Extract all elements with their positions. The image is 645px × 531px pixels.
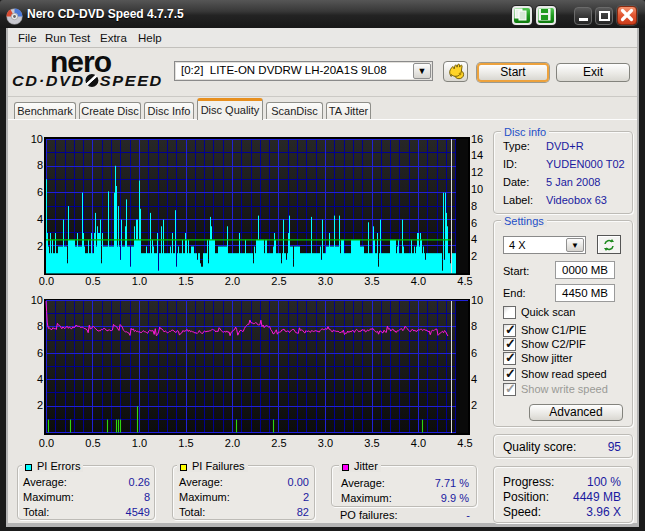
svg-text:8: 8 bbox=[37, 320, 43, 332]
svg-text:6: 6 bbox=[37, 186, 43, 198]
svg-text:1.0: 1.0 bbox=[132, 275, 147, 287]
svg-text:4.0: 4.0 bbox=[411, 437, 426, 449]
svg-text:2: 2 bbox=[471, 250, 477, 262]
svg-text:8: 8 bbox=[471, 320, 477, 332]
svg-text:6: 6 bbox=[37, 347, 43, 359]
svg-text:2.5: 2.5 bbox=[271, 275, 286, 287]
svg-text:10: 10 bbox=[471, 183, 483, 195]
svg-text:12: 12 bbox=[471, 166, 483, 178]
svg-text:4: 4 bbox=[37, 213, 43, 225]
svg-text:3.5: 3.5 bbox=[364, 275, 379, 287]
svg-text:4: 4 bbox=[37, 373, 43, 385]
svg-text:1.5: 1.5 bbox=[178, 437, 193, 449]
svg-text:4.5: 4.5 bbox=[457, 275, 472, 287]
svg-text:2: 2 bbox=[37, 399, 43, 411]
svg-text:10: 10 bbox=[471, 294, 483, 306]
svg-text:3.5: 3.5 bbox=[364, 437, 379, 449]
svg-text:6: 6 bbox=[471, 217, 477, 229]
svg-text:14: 14 bbox=[471, 149, 483, 161]
svg-text:2: 2 bbox=[471, 399, 477, 411]
svg-text:0.5: 0.5 bbox=[85, 275, 100, 287]
svg-text:6: 6 bbox=[471, 347, 477, 359]
svg-text:0.0: 0.0 bbox=[39, 437, 54, 449]
svg-text:8: 8 bbox=[37, 159, 43, 171]
svg-text:10: 10 bbox=[31, 294, 43, 306]
svg-text:1.0: 1.0 bbox=[132, 437, 147, 449]
svg-text:10: 10 bbox=[31, 133, 43, 145]
svg-text:1.5: 1.5 bbox=[178, 275, 193, 287]
svg-text:3.0: 3.0 bbox=[318, 437, 333, 449]
svg-text:4.5: 4.5 bbox=[457, 437, 472, 449]
svg-text:4: 4 bbox=[471, 233, 477, 245]
svg-text:2.5: 2.5 bbox=[271, 437, 286, 449]
svg-text:4: 4 bbox=[471, 373, 477, 385]
svg-text:16: 16 bbox=[471, 133, 483, 145]
svg-text:3.0: 3.0 bbox=[318, 275, 333, 287]
svg-text:4.0: 4.0 bbox=[411, 275, 426, 287]
svg-text:0.5: 0.5 bbox=[85, 437, 100, 449]
svg-text:2.0: 2.0 bbox=[225, 437, 240, 449]
svg-text:2.0: 2.0 bbox=[225, 275, 240, 287]
svg-text:0.0: 0.0 bbox=[39, 275, 54, 287]
svg-text:2: 2 bbox=[37, 240, 43, 252]
svg-text:8: 8 bbox=[471, 200, 477, 212]
